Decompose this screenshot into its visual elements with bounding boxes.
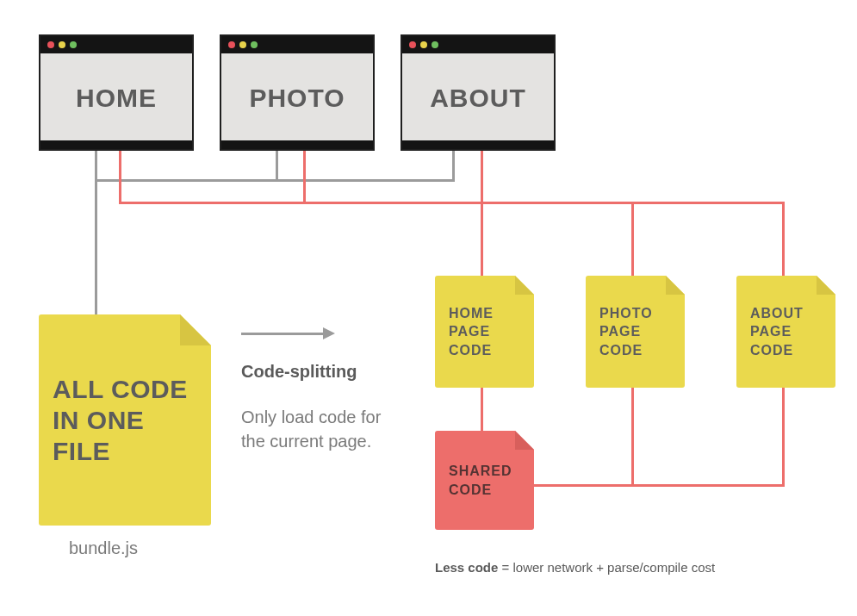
minimize-icon: [59, 41, 65, 48]
connector-line: [95, 151, 97, 319]
footnote-rest: = lower network + parse/compile cost: [498, 560, 715, 575]
chunk-label: ABOUT PAGE CODE: [750, 304, 822, 360]
page-fold-icon: [515, 276, 534, 295]
connector-line: [631, 388, 634, 487]
browser-label: HOME: [40, 84, 192, 113]
connector-line: [481, 202, 483, 279]
window-titlebar: [40, 36, 192, 53]
window-titlebar: [221, 36, 373, 53]
connector-line: [782, 202, 785, 279]
page-fold-icon: [666, 276, 685, 295]
bundle-file: ALL CODE IN ONE FILE: [39, 314, 211, 526]
chunk-label: HOME PAGE CODE: [449, 304, 520, 360]
connector-line: [481, 388, 483, 431]
connector-line: [481, 151, 483, 204]
caption-title: Code-splitting: [241, 362, 357, 382]
footnote: Less code = lower network + parse/compil…: [435, 560, 715, 575]
minimize-icon: [420, 41, 427, 48]
minimize-icon: [239, 41, 246, 48]
connector-line: [95, 179, 455, 182]
chunk-home: HOME PAGE CODE: [435, 276, 534, 388]
browser-photo: PHOTO: [220, 34, 375, 151]
window-footerbar: [402, 140, 554, 149]
page-fold-icon: [515, 431, 534, 450]
browser-label: ABOUT: [402, 84, 554, 113]
close-icon: [47, 41, 54, 48]
bundle-label: ALL CODE IN ONE FILE: [53, 374, 197, 467]
chunk-label: SHARED CODE: [449, 462, 520, 499]
connector-line: [452, 151, 455, 181]
page-fold-icon: [817, 276, 835, 295]
chunk-about: ABOUT PAGE CODE: [736, 276, 835, 388]
window-footerbar: [40, 140, 192, 149]
window-titlebar: [402, 36, 554, 53]
connector-line: [782, 388, 785, 487]
connector-line: [119, 151, 121, 204]
footnote-bold: Less code: [435, 560, 498, 575]
browser-home: HOME: [39, 34, 194, 151]
page-fold-icon: [180, 314, 211, 345]
connector-line: [534, 484, 785, 487]
connector-line: [276, 151, 278, 181]
maximize-icon: [251, 41, 258, 48]
bundle-filename: bundle.js: [69, 538, 138, 558]
chunk-shared: SHARED CODE: [435, 431, 534, 530]
chunk-label: PHOTO PAGE CODE: [599, 304, 671, 360]
browser-about: ABOUT: [401, 34, 556, 151]
connector-line: [119, 202, 784, 204]
caption-desc: Only load code for the current page.: [241, 405, 396, 453]
maximize-icon: [432, 41, 438, 48]
window-footerbar: [221, 140, 373, 149]
close-icon: [228, 41, 235, 48]
arrow-icon: [241, 327, 335, 339]
chunk-photo: PHOTO PAGE CODE: [586, 276, 685, 388]
connector-line: [303, 151, 306, 204]
maximize-icon: [70, 41, 77, 48]
close-icon: [409, 41, 416, 48]
browser-label: PHOTO: [221, 84, 373, 113]
connector-line: [631, 202, 634, 279]
